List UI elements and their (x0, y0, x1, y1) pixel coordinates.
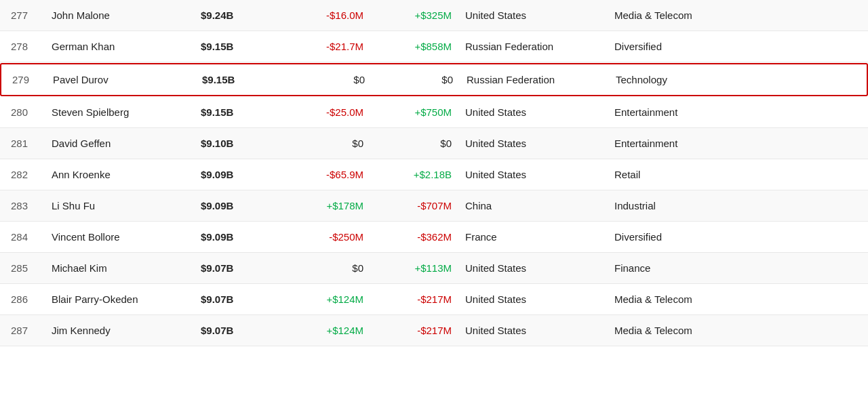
change1-cell: -$250M (289, 231, 377, 243)
change2-cell: +$2.18B (377, 169, 465, 180)
industry-cell: Technology (616, 74, 856, 85)
table-row: 283 Li Shu Fu $9.09B +$178M -$707M China… (0, 190, 868, 222)
name-cell: John Malone (52, 9, 201, 21)
worth-cell: $9.09B (201, 200, 289, 211)
industry-cell: Entertainment (614, 106, 857, 118)
table-row: 282 Ann Kroenke $9.09B -$65.9M +$2.18B U… (0, 159, 868, 190)
country-cell: United States (465, 9, 614, 21)
country-cell: France (465, 231, 614, 243)
worth-cell: $9.15B (201, 106, 289, 118)
worth-cell: $9.07B (201, 262, 289, 274)
rank-cell: 287 (11, 325, 52, 336)
change1-cell: -$16.0M (289, 9, 377, 21)
worth-cell: $9.07B (201, 293, 289, 305)
table-row: 281 David Geffen $9.10B $0 $0 United Sta… (0, 128, 868, 159)
name-cell: Michael Kim (52, 262, 201, 274)
rank-cell: 279 (12, 74, 53, 85)
name-cell: Ann Kroenke (52, 169, 201, 180)
change1-cell: -$65.9M (289, 169, 377, 180)
change2-cell: +$750M (377, 106, 465, 118)
change1-cell: $0 (290, 74, 378, 85)
name-cell: Jim Kennedy (52, 325, 201, 336)
country-cell: Russian Federation (467, 74, 616, 85)
name-cell: David Geffen (52, 138, 201, 149)
worth-cell: $9.09B (201, 169, 289, 180)
worth-cell: $9.24B (201, 9, 289, 21)
table-row: 284 Vincent Bollore $9.09B -$250M -$362M… (0, 222, 868, 253)
rank-cell: 286 (11, 293, 52, 305)
industry-cell: Diversified (614, 231, 857, 243)
name-cell: Steven Spielberg (52, 106, 201, 118)
change2-cell: -$217M (377, 325, 465, 336)
country-cell: United States (465, 325, 614, 336)
table-row: 279 Pavel Durov $9.15B $0 $0 Russian Fed… (0, 63, 868, 96)
name-cell: Blair Parry-Okeden (52, 293, 201, 305)
worth-cell: $9.10B (201, 138, 289, 149)
change2-cell: $0 (378, 74, 467, 85)
country-cell: United States (465, 106, 614, 118)
industry-cell: Finance (614, 262, 857, 274)
worth-cell: $9.09B (201, 231, 289, 243)
billionaires-table: 277 John Malone $9.24B -$16.0M +$325M Un… (0, 0, 868, 346)
rank-cell: 283 (11, 200, 52, 211)
change2-cell: -$217M (377, 293, 465, 305)
country-cell: Russian Federation (465, 41, 614, 52)
change1-cell: $0 (289, 262, 377, 274)
rank-cell: 285 (11, 262, 52, 274)
worth-cell: $9.07B (201, 325, 289, 336)
change2-cell: +$858M (377, 41, 465, 52)
change2-cell: -$362M (377, 231, 465, 243)
name-cell: Pavel Durov (53, 74, 202, 85)
worth-cell: $9.15B (201, 41, 289, 52)
change1-cell: +$124M (289, 325, 377, 336)
table-row: 280 Steven Spielberg $9.15B -$25.0M +$75… (0, 97, 868, 128)
name-cell: Vincent Bollore (52, 231, 201, 243)
country-cell: China (465, 200, 614, 211)
rank-cell: 278 (11, 41, 52, 52)
change1-cell: +$178M (289, 200, 377, 211)
country-cell: United States (465, 169, 614, 180)
change2-cell: +$325M (377, 9, 465, 21)
industry-cell: Industrial (614, 200, 857, 211)
rank-cell: 281 (11, 138, 52, 149)
industry-cell: Retail (614, 169, 857, 180)
industry-cell: Media & Telecom (614, 9, 857, 21)
change2-cell: $0 (377, 138, 465, 149)
industry-cell: Diversified (614, 41, 857, 52)
name-cell: Li Shu Fu (52, 200, 201, 211)
rank-cell: 282 (11, 169, 52, 180)
rank-cell: 277 (11, 9, 52, 21)
table-row: 286 Blair Parry-Okeden $9.07B +$124M -$2… (0, 284, 868, 315)
rank-cell: 284 (11, 231, 52, 243)
name-cell: German Khan (52, 41, 201, 52)
country-cell: United States (465, 138, 614, 149)
industry-cell: Entertainment (614, 138, 857, 149)
change1-cell: -$21.7M (289, 41, 377, 52)
table-row: 287 Jim Kennedy $9.07B +$124M -$217M Uni… (0, 315, 868, 346)
country-cell: United States (465, 293, 614, 305)
worth-cell: $9.15B (202, 74, 290, 85)
change2-cell: -$707M (377, 200, 465, 211)
table-row: 277 John Malone $9.24B -$16.0M +$325M Un… (0, 0, 868, 31)
industry-cell: Media & Telecom (614, 293, 857, 305)
rank-cell: 280 (11, 106, 52, 118)
change1-cell: -$25.0M (289, 106, 377, 118)
change1-cell: $0 (289, 138, 377, 149)
country-cell: United States (465, 262, 614, 274)
industry-cell: Media & Telecom (614, 325, 857, 336)
table-row: 285 Michael Kim $9.07B $0 +$113M United … (0, 253, 868, 284)
change1-cell: +$124M (289, 293, 377, 305)
change2-cell: +$113M (377, 262, 465, 274)
table-row: 278 German Khan $9.15B -$21.7M +$858M Ru… (0, 31, 868, 62)
